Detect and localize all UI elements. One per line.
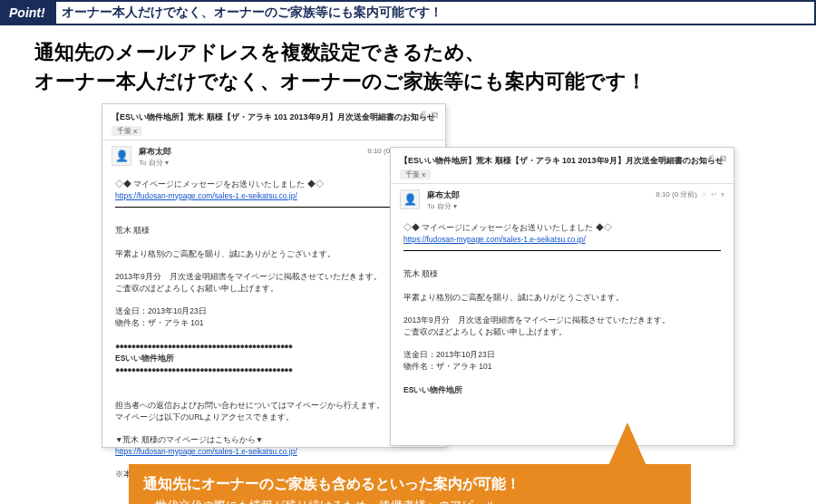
point-badge-text: Point! — [9, 5, 45, 20]
popout-icon[interactable]: ⧉ — [720, 153, 726, 164]
header-bar: Point! オーナー本人だけでなく、オーナーのご家族等にも案内可能です！ — [0, 0, 816, 25]
separator — [115, 207, 432, 208]
mail-toolbar-icons: ⎙ ⧉ — [421, 110, 438, 121]
heading-line-2: オーナー本人だけでなく、オーナーのご家族等にも案内可能です！ — [34, 70, 646, 92]
msg-notice: ◇◆ マイページにメッセージをお送りいたしました ◆◇ — [403, 222, 721, 234]
body-text-2: ご査収のほどよろしくお願い申し上げます。 — [115, 283, 432, 295]
msg-notice: ◇◆ マイページにメッセージをお送りいたしました ◆◇ — [115, 179, 432, 190]
mail-subject: 【ESいい物件地所】荒木 順様【ザ・アラキ 101 2013年9月】月次送金明細… — [400, 155, 724, 167]
reply-icon[interactable]: ↩ — [711, 190, 717, 199]
send-date: 送金日：2013年10月23日 — [115, 305, 432, 317]
send-date: 送金日：2013年10月23日 — [403, 349, 721, 361]
print-icon[interactable]: ⎙ — [421, 110, 426, 121]
greeting-name: 荒木 順様 — [403, 268, 721, 280]
dots-divider: ●●●●●●●●●●●●●●●●●●●●●●●●●●●●●●●●●●●●●●●●… — [115, 341, 432, 354]
company-name: ESいい物件地所 — [403, 384, 721, 396]
to-line: To 自分 ▾ — [427, 201, 724, 211]
company-name: ESいい物件地所 — [115, 353, 432, 364]
mypage-link-2[interactable]: https://fudosan-mypage.com/sales-1.e-sei… — [115, 447, 297, 456]
point-badge: Point! — [2, 2, 56, 24]
dots-divider: ●●●●●●●●●●●●●●●●●●●●●●●●●●●●●●●●●●●●●●●●… — [115, 364, 432, 377]
print-icon[interactable]: ⎙ — [709, 153, 714, 164]
body-text-2: ご査収のほどよろしくお願い申し上げます。 — [403, 326, 721, 338]
time-line: 8:10 (0 分前) ☆ ↩ ▾ — [656, 189, 724, 199]
avatar-icon: 👤 — [112, 146, 131, 166]
time-text: 8:10 (0 分前) — [656, 189, 697, 199]
greeting-text: 平素より格別のご高配を賜り、誠にありがとうございます。 — [115, 248, 432, 260]
mypage-link-1[interactable]: https://fudosan-mypage.com/sales-1.e-sei… — [115, 191, 297, 200]
mail-subject: 【ESいい物件地所】荒木 順様【ザ・アラキ 101 2013年9月】月次送金明細… — [112, 111, 436, 123]
property-name: 物件名：ザ・アラキ 101 — [115, 317, 432, 329]
mail-toolbar-icons: ⎙ ⧉ — [709, 153, 726, 164]
body-text-1: 2013年9月分 月次送金明細書をマイページに掲載させていただきます。 — [403, 315, 721, 326]
greeting-text: 平素より格別のご高配を賜り、誠にありがとうございます。 — [403, 292, 721, 304]
mail-from-row: 👤 麻布太郎 To 自分 ▾ 8:10 (0 分前) ☆ ↩ ▾ — [391, 184, 733, 215]
mypage-label: ▼荒木 順様のマイページはこちらから▼ — [115, 434, 432, 446]
mail-label-chip[interactable]: 千葉 x — [400, 170, 431, 179]
note-2: マイページは以下のURLよりアクセスできます。 — [115, 412, 432, 423]
greeting-name: 荒木 順様 — [115, 225, 432, 237]
header-text: オーナー本人だけでなく、オーナーのご家族等にも案内可能です！ — [56, 2, 814, 24]
property-name: 物件名：ザ・アラキ 101 — [403, 361, 721, 373]
mypage-link-1[interactable]: https://fudosan-mypage.com/sales-1.e-sei… — [403, 235, 586, 244]
star-icon[interactable]: ☆ — [701, 190, 707, 199]
callout-pointer — [607, 422, 647, 468]
note-1: 担当者への返信およびお問い合わせについてはマイページから行えます。 — [115, 400, 432, 412]
callout-title: 通知先にオーナーのご家族も含めるといった案内が可能！ — [143, 473, 676, 495]
mail-header: 【ESいい物件地所】荒木 順様【ザ・アラキ 101 2013年9月】月次送金明細… — [102, 104, 445, 141]
header-text-content: オーナー本人だけでなく、オーナーのご家族等にも案内可能です！ — [62, 5, 442, 21]
email-preview-right: 【ESいい物件地所】荒木 順様【ザ・アラキ 101 2013年9月】月次送金明細… — [390, 147, 734, 446]
heading-line-1: 通知先のメールアドレスを複数設定できるため、 — [34, 41, 485, 63]
popout-icon[interactable]: ⧉ — [432, 110, 438, 121]
mail-body: ◇◆ マイページにメッセージをお送りいたしました ◆◇ https://fudo… — [391, 215, 733, 403]
more-icon[interactable]: ▾ — [721, 190, 724, 199]
mails-area: 【ESいい物件地所】荒木 順様【ザ・アラキ 101 2013年9月】月次送金明細… — [0, 96, 816, 495]
mail-header: 【ESいい物件地所】荒木 順様【ザ・アラキ 101 2013年9月】月次送金明細… — [391, 148, 733, 184]
separator — [403, 250, 721, 251]
main-heading: 通知先のメールアドレスを複数設定できるため、 オーナー本人だけでなく、オーナーの… — [0, 25, 816, 96]
avatar-icon: 👤 — [400, 189, 420, 209]
mail-label-chip[interactable]: 千葉 x — [112, 126, 142, 136]
callout-line-1: ・世代交代の際にも情報が残り続けるため、後継者様へのアピール — [143, 497, 676, 504]
to-dropdown-icon[interactable]: ▾ — [453, 202, 457, 210]
body-text-1: 2013年9月分 月次送金明細書をマイページに掲載させていただきます。 — [115, 271, 432, 283]
to-dropdown-icon[interactable]: ▾ — [165, 159, 169, 167]
callout-box: 通知先にオーナーのご家族も含めるといった案内が可能！ ・世代交代の際にも情報が残… — [129, 464, 691, 504]
